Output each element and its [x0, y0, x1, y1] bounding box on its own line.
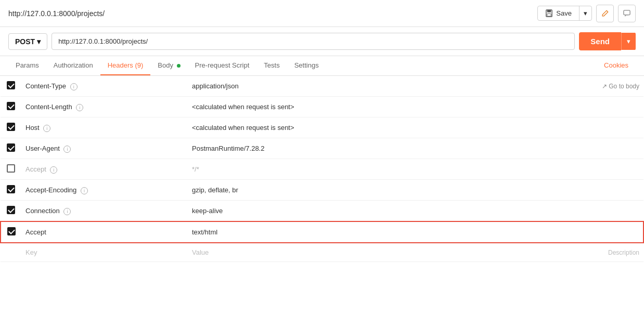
table-row: Accept-Encoding i gzip, deflate, br [1, 180, 643, 201]
row-action[interactable]: ↗ Go to body [581, 76, 643, 97]
placeholder-description[interactable]: Description [581, 243, 643, 262]
svg-rect-1 [547, 10, 551, 12]
edit-icon-button[interactable] [596, 5, 614, 22]
send-button[interactable]: Send [579, 32, 621, 50]
row-key: Host i [21, 117, 188, 138]
placeholder-check [1, 243, 21, 262]
placeholder-key[interactable]: Key [21, 243, 188, 262]
top-bar-actions: Save ▾ [537, 5, 636, 22]
table-row-placeholder: Key Value Description [1, 243, 643, 262]
svg-rect-3 [624, 10, 630, 15]
tab-pre-request[interactable]: Pre-request Script [188, 56, 257, 75]
row-key: Accept-Encoding i [21, 180, 188, 201]
row-checkbox[interactable] [7, 143, 15, 152]
headers-table-wrapper: Content-Type i application/json ↗ Go to … [0, 76, 644, 262]
send-dropdown-button[interactable]: ▾ [621, 33, 636, 50]
save-button[interactable]: Save [538, 6, 579, 20]
body-dot [177, 64, 181, 68]
row-checkbox[interactable] [7, 81, 15, 89]
tab-params[interactable]: Params [8, 56, 46, 75]
send-button-group[interactable]: Send ▾ [579, 32, 636, 50]
method-label: POST [15, 37, 35, 46]
row-action [581, 97, 643, 117]
top-bar: http://127.0.0.1:8000/projects/ Save ▾ [0, 0, 644, 27]
row-key: Accept [21, 221, 188, 243]
info-icon[interactable]: i [43, 125, 50, 132]
table-row: Accept i */* [1, 159, 643, 180]
info-icon[interactable]: i [50, 166, 57, 174]
row-action [581, 201, 643, 222]
row-checkbox-cell[interactable] [1, 76, 21, 97]
table-row: Host i <calculated when request is sent> [1, 117, 643, 138]
row-checkbox[interactable] [7, 102, 15, 110]
row-checkbox-cell[interactable] [1, 180, 21, 201]
row-checkbox[interactable] [7, 123, 15, 131]
table-row: Connection i keep-alive [1, 201, 643, 222]
row-key: Content-Length i [21, 97, 188, 117]
info-icon[interactable]: i [63, 146, 71, 153]
tab-tests[interactable]: Tests [256, 56, 287, 75]
comment-icon-button[interactable] [618, 5, 636, 22]
tab-headers[interactable]: Headers (9) [100, 56, 151, 75]
placeholder-value[interactable]: Value [188, 243, 581, 262]
save-button-group[interactable]: Save ▾ [537, 6, 592, 21]
row-key: User-Agent i [21, 138, 188, 159]
row-checkbox[interactable] [7, 227, 16, 235]
row-value: <calculated when request is sent> [188, 117, 581, 138]
row-key: Accept i [21, 159, 188, 180]
top-bar-url: http://127.0.0.1:8000/projects/ [8, 9, 105, 18]
row-checkbox-cell[interactable] [1, 159, 21, 180]
row-value: keep-alive [188, 201, 581, 222]
save-icon [545, 9, 553, 17]
row-value: */* [188, 159, 581, 180]
row-key: Content-Type i [21, 76, 188, 97]
row-value: <calculated when request is sent> [188, 97, 581, 117]
info-icon[interactable]: i [81, 187, 88, 194]
row-checkbox-cell[interactable] [1, 117, 21, 138]
row-checkbox-cell[interactable] [1, 138, 21, 159]
tab-authorization[interactable]: Authorization [46, 56, 100, 75]
row-value: PostmanRuntime/7.28.2 [188, 138, 581, 159]
tab-settings[interactable]: Settings [287, 56, 326, 75]
request-bar: POST ▾ Send ▾ [0, 27, 644, 56]
table-row-highlighted: Accept text/html 前端请求头参数Accept：text/html [1, 221, 643, 243]
row-value: gzip, deflate, br [188, 180, 581, 201]
save-label: Save [556, 9, 572, 17]
table-row: Content-Length i <calculated when reques… [1, 97, 643, 117]
url-input[interactable] [51, 33, 575, 50]
comment-icon [623, 10, 630, 17]
row-action [581, 138, 643, 159]
info-icon[interactable]: i [76, 104, 83, 111]
row-action [581, 159, 643, 180]
table-row: Content-Type i application/json ↗ Go to … [1, 76, 643, 97]
method-select[interactable]: POST ▾ [8, 33, 47, 50]
row-action [581, 117, 643, 138]
table-row: User-Agent i PostmanRuntime/7.28.2 [1, 138, 643, 159]
row-checkbox[interactable] [7, 185, 15, 193]
row-action [581, 180, 643, 201]
svg-rect-2 [547, 14, 551, 16]
tab-body[interactable]: Body [150, 56, 187, 75]
row-checkbox-cell[interactable] [1, 97, 21, 117]
headers-table: Content-Type i application/json ↗ Go to … [0, 76, 644, 262]
row-value: text/html [188, 221, 581, 243]
tab-cookies[interactable]: Cookies [597, 56, 636, 75]
pencil-icon [601, 10, 609, 17]
row-action: 前端请求头参数Accept：text/html [581, 221, 643, 243]
row-key: Connection i [21, 201, 188, 222]
row-checkbox-cell[interactable] [1, 221, 21, 243]
method-dropdown-icon: ▾ [37, 37, 41, 46]
row-checkbox[interactable] [7, 164, 15, 173]
tabs-bar: Params Authorization Headers (9) Body Pr… [0, 56, 644, 76]
row-checkbox[interactable] [7, 206, 15, 214]
info-icon[interactable]: i [70, 83, 78, 90]
row-checkbox-cell[interactable] [1, 201, 21, 222]
save-dropdown-button[interactable]: ▾ [579, 6, 591, 20]
info-icon[interactable]: i [63, 208, 71, 215]
row-value: application/json [188, 76, 581, 97]
go-to-body-link[interactable]: ↗ Go to body [602, 83, 639, 90]
